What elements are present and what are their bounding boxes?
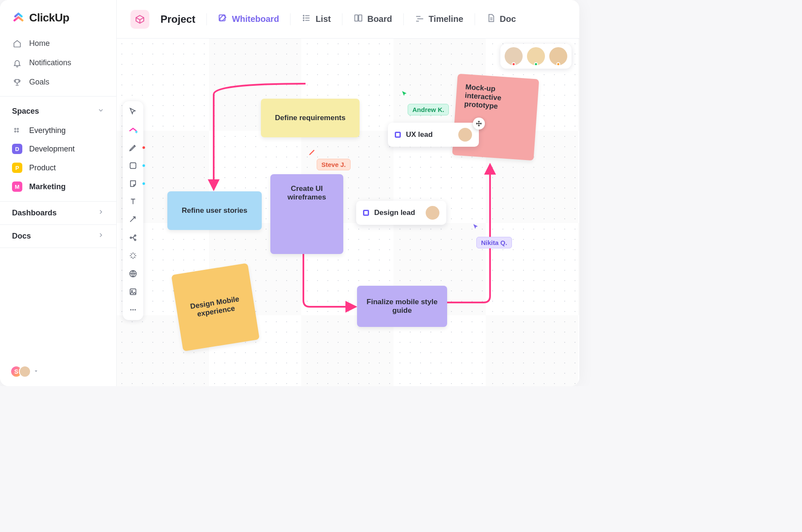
separator xyxy=(290,13,291,25)
svg-point-9 xyxy=(303,15,304,16)
tool-text[interactable] xyxy=(127,196,139,208)
divider xyxy=(0,96,116,97)
view-list-label: List xyxy=(315,14,331,24)
sticky-text: Define requirements xyxy=(275,114,345,122)
project-icon[interactable] xyxy=(130,10,149,29)
view-list[interactable]: List xyxy=(302,13,331,25)
nav-notifications[interactable]: Notifications xyxy=(0,53,116,73)
view-timeline[interactable]: Timeline xyxy=(415,13,463,25)
task-card-design-lead[interactable]: Design lead xyxy=(356,201,446,225)
home-icon xyxy=(12,39,22,48)
task-status-square-icon xyxy=(395,132,401,138)
space-marketing-label: Marketing xyxy=(29,182,66,191)
svg-point-27 xyxy=(133,309,134,311)
sticky-define-requirements[interactable]: Define requirements xyxy=(261,99,360,137)
sticky-text: Finalize mobile style guide xyxy=(364,298,440,315)
tool-sticky[interactable] xyxy=(127,178,139,190)
space-product[interactable]: P Product xyxy=(0,158,116,177)
space-badge-d: D xyxy=(12,144,22,154)
chevron-down-icon xyxy=(97,107,104,116)
view-board[interactable]: Board xyxy=(354,13,392,25)
nav-goals-label: Goals xyxy=(29,78,49,87)
spaces-header[interactable]: Spaces xyxy=(0,101,116,122)
view-doc[interactable]: Doc xyxy=(486,13,516,25)
svg-marker-4 xyxy=(35,371,37,372)
timeline-icon xyxy=(415,13,424,25)
collaborator-avatars[interactable] xyxy=(500,44,572,69)
svg-point-3 xyxy=(17,131,18,132)
cursor-label-andrew: Andrew K. xyxy=(408,104,449,115)
chevron-right-icon xyxy=(97,232,104,241)
task-assignee-avatar xyxy=(458,128,472,142)
tool-color-dot-blue xyxy=(142,182,145,185)
cursor-label-nikita: Nikita Q. xyxy=(476,237,512,248)
tool-connector[interactable] xyxy=(127,214,139,226)
trophy-icon xyxy=(12,78,22,87)
svg-point-11 xyxy=(303,20,304,21)
tool-pen[interactable] xyxy=(127,142,139,154)
space-product-label: Product xyxy=(29,163,56,172)
svg-point-26 xyxy=(130,309,132,311)
caret-down-icon xyxy=(33,368,39,375)
sticky-design-mobile[interactable]: Design Mobile experience xyxy=(171,263,260,351)
nav-goals[interactable]: Goals xyxy=(0,73,116,92)
tool-select[interactable] xyxy=(127,106,139,118)
sticky-finalize-style-guide[interactable]: Finalize mobile style guide xyxy=(357,286,447,327)
cursor-nikita xyxy=(472,223,480,233)
separator xyxy=(342,13,342,25)
tool-more[interactable] xyxy=(127,304,139,316)
brand[interactable]: ClickUp xyxy=(0,0,116,34)
collab-avatar-2[interactable] xyxy=(527,47,545,65)
space-development[interactable]: D Development xyxy=(0,139,116,158)
view-whiteboard[interactable]: Whiteboard xyxy=(218,13,279,25)
nav-home[interactable]: Home xyxy=(0,34,116,53)
task-status-square-icon xyxy=(363,210,369,216)
tool-color-dot-red xyxy=(142,146,145,149)
whiteboard-canvas[interactable]: Define requirements Refine user stories … xyxy=(117,39,579,386)
list-icon xyxy=(302,13,311,25)
project-title: Project xyxy=(160,13,195,25)
status-dot xyxy=(534,62,538,66)
collab-avatar-3[interactable] xyxy=(549,47,567,65)
move-handle-icon[interactable] xyxy=(473,118,485,130)
svg-point-20 xyxy=(130,237,131,238)
whiteboard-icon xyxy=(218,13,227,25)
svg-rect-13 xyxy=(359,15,362,21)
topbar: Project Whiteboard List Board Timeline D… xyxy=(117,0,579,39)
status-dot xyxy=(512,62,516,66)
svg-rect-24 xyxy=(130,289,136,294)
svg-point-10 xyxy=(303,18,304,18)
sticky-refine-user-stories[interactable]: Refine user stories xyxy=(167,191,262,230)
sidebar: ClickUp Home Notifications Goals Spaces … xyxy=(0,0,117,386)
tool-web[interactable] xyxy=(127,268,139,280)
tool-mindmap[interactable] xyxy=(127,232,139,244)
space-everything[interactable]: Everything xyxy=(0,122,116,139)
tool-shape[interactable] xyxy=(127,160,139,172)
task-card-ux-lead[interactable]: UX lead xyxy=(388,123,479,147)
tool-image[interactable] xyxy=(127,286,139,298)
sidebar-dashboards[interactable]: Dashboards xyxy=(0,201,116,224)
svg-rect-19 xyxy=(130,163,136,168)
collab-avatar-1[interactable] xyxy=(505,47,523,65)
sticky-mockup-prototype[interactable]: Mock-up interactive prototype xyxy=(452,74,539,161)
chevron-right-icon xyxy=(97,209,104,218)
tool-ai[interactable] xyxy=(127,250,139,262)
view-whiteboard-label: Whiteboard xyxy=(232,14,279,24)
svg-point-25 xyxy=(131,290,133,292)
board-icon xyxy=(354,13,363,25)
separator xyxy=(475,13,475,25)
sticky-text: Refine user stories xyxy=(182,206,247,215)
space-everything-label: Everything xyxy=(29,126,66,135)
sidebar-footer[interactable]: S xyxy=(0,357,116,386)
space-development-label: Development xyxy=(29,145,75,154)
cursor-steve-pen xyxy=(308,148,317,158)
sticky-create-wireframes[interactable]: Create UI wireframes xyxy=(270,174,343,254)
separator xyxy=(403,13,404,25)
svg-point-2 xyxy=(15,131,16,132)
svg-rect-12 xyxy=(355,15,358,21)
sidebar-docs[interactable]: Docs xyxy=(0,224,116,248)
tool-clickup-add[interactable] xyxy=(127,124,139,136)
space-marketing[interactable]: M Marketing xyxy=(0,177,116,196)
user-avatar-stack[interactable]: S xyxy=(10,366,31,378)
tool-color-dot-blue xyxy=(142,164,145,167)
